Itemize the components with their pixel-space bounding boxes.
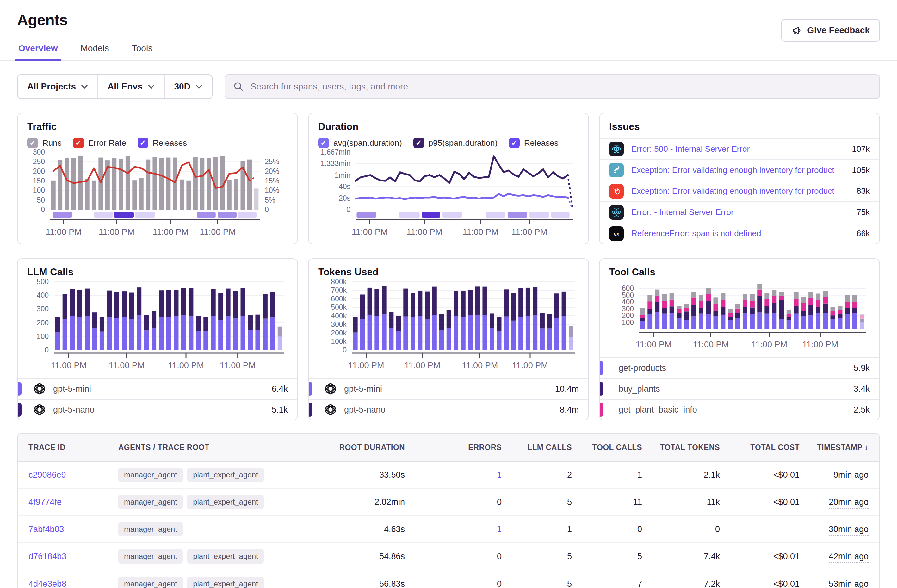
table-row[interactable]: 7abf4b03 manager_agent 4.63s 1 1 0 0 – 3… <box>18 516 879 543</box>
svg-text:11:00 PM: 11:00 PM <box>348 361 384 370</box>
tab-tools[interactable]: Tools <box>131 38 154 60</box>
svg-text:300: 300 <box>33 149 45 156</box>
issue-link[interactable]: Exception: Error validating enough inven… <box>631 186 849 196</box>
timestamp-value[interactable]: 30min ago <box>829 524 868 536</box>
openai-icon <box>33 382 46 396</box>
col-tool-calls[interactable]: TOOL CALLS <box>572 443 642 452</box>
tool-calls-cell: 11 <box>572 497 642 507</box>
errors-cell[interactable]: 1 <box>405 524 502 534</box>
agent-tags: manager_agentplant_expert_agent <box>107 467 297 482</box>
timestamp-value[interactable]: 42min ago <box>829 551 868 563</box>
p95-duration-checkbox[interactable]: p95(span.duration) <box>413 137 497 148</box>
trace-id-link[interactable]: 7abf4b03 <box>29 524 107 534</box>
envs-filter-label: All Envs <box>107 82 142 92</box>
svg-text:1.667min: 1.667min <box>320 149 351 156</box>
issue-row[interactable]: ex ReferenceError: span is not defined 6… <box>600 223 879 244</box>
col-llm-calls[interactable]: LLM CALLS <box>502 443 572 452</box>
search-bar[interactable] <box>225 74 880 99</box>
trace-id-link[interactable]: c29086e9 <box>29 470 107 480</box>
express-icon: ex <box>609 226 624 241</box>
issue-link[interactable]: Error: - Internal Server Error <box>631 208 849 217</box>
issue-row[interactable]: Error: 500 - Internal Server Error 107k <box>600 138 879 159</box>
projects-filter[interactable]: All Projects <box>18 75 98 98</box>
chevron-down-icon <box>196 84 202 89</box>
root-duration-cell: 33.50s <box>297 470 405 480</box>
series-total: 6.4k <box>272 384 288 394</box>
laravel-icon <box>609 184 624 199</box>
search-input[interactable] <box>250 81 871 92</box>
charts-row-1: Traffic Runs Error Rate Releases 00505%1… <box>17 113 880 244</box>
tab-overview[interactable]: Overview <box>17 38 59 60</box>
checkbox-checked-icon <box>509 137 520 148</box>
issues-title: Issues <box>600 121 879 133</box>
col-total-tokens[interactable]: TOTAL TOKENS <box>642 443 720 452</box>
table-row[interactable]: 4d4e3eb8 manager_agentplant_expert_agent… <box>18 570 879 588</box>
runs-checkbox[interactable]: Runs <box>27 137 62 148</box>
envs-filter[interactable]: All Envs <box>98 75 164 98</box>
col-timestamp[interactable]: TIMESTAMP ↓ <box>800 443 868 452</box>
issue-link[interactable]: Exception: Error validating enough inven… <box>631 165 845 175</box>
table-row[interactable]: 4f9774fe manager_agentplant_expert_agent… <box>18 489 879 516</box>
issue-link[interactable]: Error: 500 - Internal Server Error <box>631 144 845 154</box>
issue-row[interactable]: Exception: Error validating enough inven… <box>600 159 879 180</box>
agent-tag: plant_expert_agent <box>187 495 264 509</box>
give-feedback-button[interactable]: Give Feedback <box>781 19 880 42</box>
issue-count: 105k <box>852 165 870 175</box>
col-agents[interactable]: AGENTS / TRACE ROOT <box>107 443 297 452</box>
svg-text:100: 100 <box>33 186 45 194</box>
page-header: Agents Give Feedback Overview Models Too… <box>17 11 880 61</box>
svg-text:11:00 PM: 11:00 PM <box>802 340 839 349</box>
trace-id-link[interactable]: 4f9774fe <box>29 497 107 507</box>
col-total-cost[interactable]: TOTAL COST <box>720 443 800 452</box>
checkbox-checked-icon <box>318 137 329 148</box>
tokens-used-card: Tokens Used 0100k200k300k400k500k600k700… <box>308 258 589 420</box>
issue-row[interactable]: Error: - Internal Server Error 75k <box>600 202 879 223</box>
table-row[interactable]: c29086e9 manager_agentplant_expert_agent… <box>18 461 879 489</box>
series-swatch <box>308 382 312 396</box>
releases-checkbox[interactable]: Releases <box>138 137 187 148</box>
trace-id-link[interactable]: d76184b3 <box>29 551 107 562</box>
traffic-title: Traffic <box>27 121 288 133</box>
svg-text:15%: 15% <box>265 177 279 185</box>
tab-models[interactable]: Models <box>80 38 110 60</box>
svg-text:800k: 800k <box>331 278 347 286</box>
svg-text:40s: 40s <box>339 182 351 191</box>
root-duration-cell: 2.02min <box>297 497 405 507</box>
trace-id-link[interactable]: 4d4e3eb8 <box>29 579 107 588</box>
agent-tag: manager_agent <box>118 577 183 588</box>
issue-row[interactable]: Exception: Error validating enough inven… <box>600 180 879 202</box>
legend-row-gpt-5-nano: gpt-5-nano 5.1k <box>18 399 297 420</box>
llm-calls-cell: 5 <box>502 497 572 507</box>
timestamp-value[interactable]: 53min ago <box>829 579 868 588</box>
tool-calls-cell: 7 <box>572 579 642 588</box>
runs-label: Runs <box>42 138 62 148</box>
errors-cell: 0 <box>405 551 502 562</box>
agent-tags: manager_agentplant_expert_agent <box>107 495 297 509</box>
releases-checkbox[interactable]: Releases <box>509 137 558 148</box>
tool-calls-card: Tool Calls 10020030040050060011:00 PM11:… <box>599 258 880 420</box>
table-row[interactable]: d76184b3 manager_agentplant_expert_agent… <box>18 543 879 570</box>
llm-calls-cell: 2 <box>502 470 572 480</box>
tokens-used-chart: 0100k200k300k400k500k600k700k800k11:00 P… <box>318 278 579 378</box>
timestamp-value[interactable]: 9min ago <box>833 470 868 481</box>
col-errors[interactable]: ERRORS <box>405 443 502 452</box>
col-root-duration[interactable]: ROOT DURATION <box>297 443 405 452</box>
total-tokens-cell: 0 <box>642 524 720 534</box>
svg-text:500k: 500k <box>331 303 347 312</box>
llm-calls-title: LLM Calls <box>27 266 288 278</box>
errors-cell[interactable]: 1 <box>405 470 502 480</box>
series-name: gpt-5-nano <box>53 405 95 415</box>
tokens-used-title: Tokens Used <box>318 266 579 278</box>
series-swatch <box>599 361 603 375</box>
avg-duration-checkbox[interactable]: avg(span.duration) <box>318 137 402 148</box>
issue-link[interactable]: ReferenceError: span is not defined <box>631 229 849 238</box>
issue-count: 66k <box>857 229 870 238</box>
tool-calls-cell: 5 <box>572 551 642 562</box>
llm-calls-card: LLM Calls 010020030040050011:00 PM11:00 … <box>17 258 298 420</box>
error-rate-label: Error Rate <box>88 138 126 148</box>
timestamp-value[interactable]: 20min ago <box>829 497 868 509</box>
col-trace-id[interactable]: TRACE ID <box>29 443 107 452</box>
error-rate-checkbox[interactable]: Error Rate <box>73 137 126 148</box>
errors-cell: 0 <box>405 497 502 507</box>
date-range-filter[interactable]: 30D <box>165 75 212 98</box>
